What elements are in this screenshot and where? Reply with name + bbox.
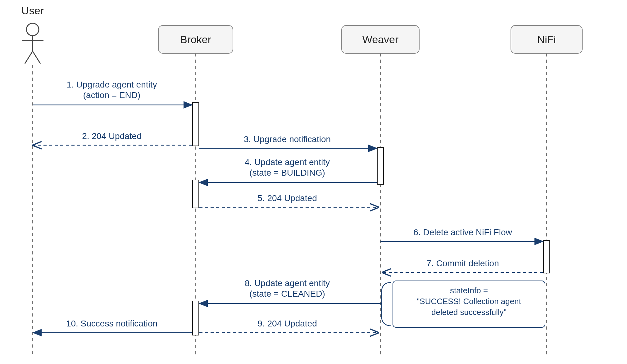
svg-text:(state = BUILDING): (state = BUILDING): [249, 168, 325, 178]
nifi-label: NiFi: [537, 34, 556, 45]
weaver-activation-1: [377, 147, 384, 185]
svg-text:(action = END): (action = END): [83, 90, 140, 100]
weaver-label: Weaver: [362, 34, 399, 45]
svg-text:7. Commit deletion: 7. Commit deletion: [426, 258, 499, 268]
svg-point-0: [26, 23, 39, 36]
svg-text:"SUCCESS! Collection agent: "SUCCESS! Collection agent: [417, 297, 521, 306]
svg-text:3. Upgrade notification: 3. Upgrade notification: [244, 134, 331, 144]
svg-text:(state = CLEANED): (state = CLEANED): [249, 289, 325, 299]
svg-text:deleted successfully": deleted successfully": [431, 308, 507, 317]
note-stateinfo: stateInfo = "SUCCESS! Collection agent d…: [393, 281, 545, 327]
msg-6: 6. Delete active NiFi Flow: [380, 227, 543, 241]
svg-text:10. Success notification: 10. Success notification: [66, 319, 157, 328]
participant-user: User: [21, 5, 44, 357]
msg-9: 9. 204 Updated: [199, 319, 378, 333]
sequence-diagram: User Broker Weaver NiFi 1. Upgrade agent: [0, 0, 627, 364]
broker-activation-1: [193, 102, 199, 146]
svg-text:2. 204 Updated: 2. 204 Updated: [82, 131, 142, 141]
msg-10: 10. Success notification: [33, 319, 192, 333]
svg-text:8. Update agent entity: 8. Update agent entity: [245, 278, 330, 288]
svg-line-4: [33, 51, 40, 64]
broker-activation-2: [193, 180, 199, 208]
msg-1: 1. Upgrade agent entity (action = END): [33, 80, 192, 105]
svg-text:5. 204 Updated: 5. 204 Updated: [257, 193, 317, 203]
msg-3: 3. Upgrade notification: [199, 134, 377, 148]
svg-line-3: [25, 51, 33, 64]
broker-activation-3: [193, 301, 199, 335]
svg-text:stateInfo =: stateInfo =: [450, 286, 488, 295]
nifi-activation: [543, 240, 550, 273]
msg-4: 4. Update agent entity (state = BUILDING…: [199, 157, 377, 182]
msg-5: 5. 204 Updated: [199, 193, 378, 207]
svg-text:9. 204 Updated: 9. 204 Updated: [257, 319, 317, 328]
broker-label: Broker: [180, 34, 211, 45]
user-icon: [22, 23, 43, 64]
msg-7: 7. Commit deletion: [383, 258, 543, 272]
svg-text:4. Update agent entity: 4. Update agent entity: [245, 157, 330, 167]
user-label: User: [21, 5, 44, 16]
msg-2: 2. 204 Updated: [33, 131, 192, 145]
svg-text:6. Delete active NiFi Flow: 6. Delete active NiFi Flow: [413, 227, 512, 237]
svg-text:1. Upgrade agent entity: 1. Upgrade agent entity: [66, 80, 157, 89]
